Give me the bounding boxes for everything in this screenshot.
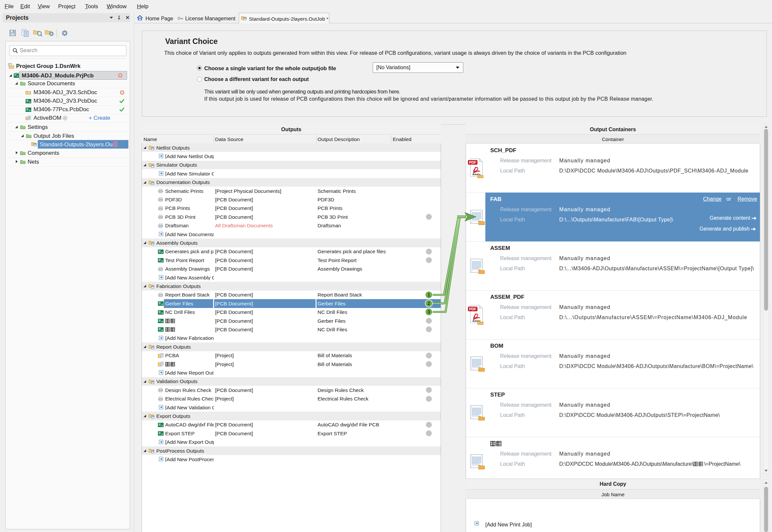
svg-text:PDF: PDF: [469, 160, 476, 164]
